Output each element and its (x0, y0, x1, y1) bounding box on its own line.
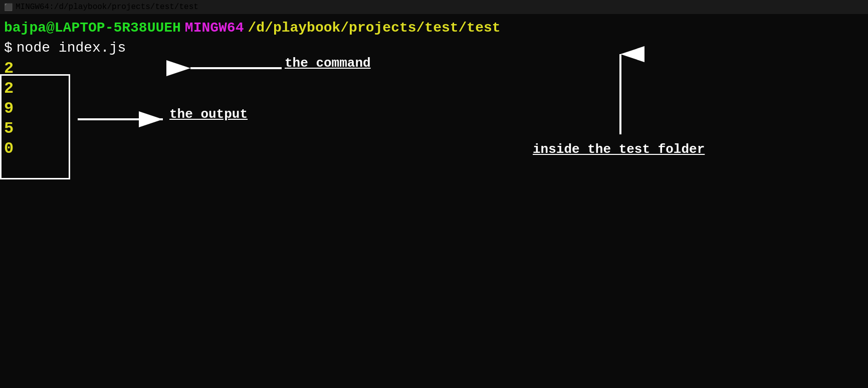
output-line-2: 2 (4, 79, 864, 99)
mingw-label: MINGW64 (185, 19, 244, 37)
command-text: node index.js (17, 39, 126, 57)
output-line-1: 2 (4, 59, 864, 79)
prompt-line: bajpa@LAPTOP-5R38UUEH MINGW64 /d/playboo… (4, 19, 864, 37)
output-numbers: 2 2 9 5 0 (4, 59, 864, 159)
dollar-sign: $ (4, 39, 13, 57)
titlebar: ⬛ MINGW64:/d/playbook/projects/test/test (0, 0, 868, 14)
titlebar-text: MINGW64:/d/playbook/projects/test/test (16, 3, 198, 12)
output-line-5: 0 (4, 139, 864, 159)
terminal-content: bajpa@LAPTOP-5R38UUEH MINGW64 /d/playboo… (0, 14, 868, 164)
folder-annotation-label: inside the test folder (533, 142, 705, 157)
output-annotation-label: the output (169, 107, 248, 122)
path: /d/playbook/projects/test/test (248, 19, 500, 37)
command-line: $ node index.js (4, 39, 864, 57)
username: bajpa@LAPTOP-5R38UUEH (4, 19, 181, 37)
output-line-4: 5 (4, 119, 864, 139)
output-line-3: 9 (4, 99, 864, 119)
terminal-icon: ⬛ (4, 3, 13, 12)
command-annotation-label: the command (285, 56, 371, 71)
